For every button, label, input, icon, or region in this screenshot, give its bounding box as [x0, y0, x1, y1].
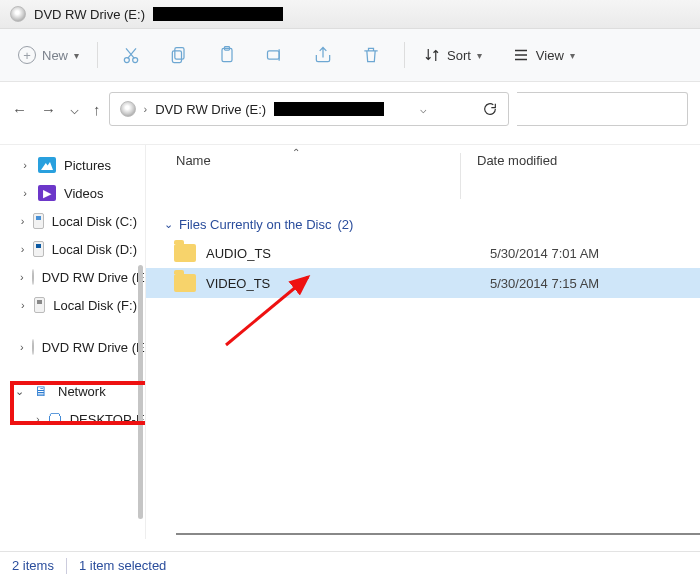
- history-chevron-icon[interactable]: ⌵: [70, 100, 79, 118]
- address-bar[interactable]: › DVD RW Drive (E:) ⌵: [109, 92, 509, 126]
- chevron-right-icon[interactable]: ›: [20, 159, 30, 171]
- group-header[interactable]: ⌄ Files Currently on the Disc (2): [146, 209, 700, 238]
- tree-network[interactable]: ⌄🖥Network: [0, 377, 145, 405]
- nav-row: ← → ⌵ ↑ › DVD RW Drive (E:) ⌵: [0, 82, 700, 144]
- tree-label: Network: [58, 384, 106, 399]
- tree-label: Pictures: [64, 158, 111, 173]
- chevron-right-icon[interactable]: ›: [20, 271, 24, 283]
- file-date: 5/30/2014 7:01 AM: [490, 246, 690, 261]
- drive-icon: [33, 213, 43, 229]
- rename-button[interactable]: [254, 39, 296, 71]
- tree-local-c[interactable]: ›Local Disk (C:): [0, 207, 145, 235]
- tree-local-f[interactable]: ›Local Disk (F:): [0, 291, 145, 319]
- sort-indicator-icon: ⌃: [292, 147, 300, 158]
- column-name-label: Name: [176, 153, 211, 168]
- column-separator[interactable]: [460, 153, 461, 199]
- search-input[interactable]: [517, 92, 689, 126]
- group-label: Files Currently on the Disc: [179, 217, 331, 232]
- tree-label: Local Disk (F:): [53, 298, 137, 313]
- back-button[interactable]: ←: [12, 101, 27, 118]
- view-button[interactable]: View ▾: [506, 42, 581, 68]
- tree-dvd-e[interactable]: ›DVD RW Drive (E:) GO: [0, 263, 145, 291]
- chevron-right-icon[interactable]: ›: [20, 215, 25, 227]
- tree-label: DVD RW Drive (E:) GOI: [42, 340, 145, 355]
- separator: [97, 42, 98, 68]
- disc-icon: [10, 6, 26, 22]
- tree-label: DVD RW Drive (E:) GO: [42, 270, 145, 285]
- folder-icon: [174, 244, 196, 262]
- tree-videos[interactable]: ›▶Videos: [0, 179, 145, 207]
- file-row[interactable]: VIDEO_TS 5/30/2014 7:15 AM: [146, 268, 700, 298]
- tree-label: DESKTOP-E2N5F9P: [70, 412, 145, 427]
- forward-button[interactable]: →: [41, 101, 56, 118]
- tree-pictures[interactable]: ›Pictures: [0, 151, 145, 179]
- separator: [404, 42, 405, 68]
- plus-circle-icon: +: [18, 46, 36, 64]
- svg-point-1: [133, 58, 138, 63]
- tree-desktop-pc[interactable]: ›🖵DESKTOP-E2N5F9P: [0, 405, 145, 433]
- paste-button[interactable]: [206, 39, 248, 71]
- new-button[interactable]: + New ▾: [12, 42, 85, 68]
- share-button[interactable]: [302, 39, 344, 71]
- up-button[interactable]: ↑: [93, 101, 101, 118]
- nav-arrows: ← → ⌵ ↑: [12, 100, 101, 118]
- column-headers: Name ⌃ Date modified: [146, 145, 700, 209]
- chevron-right-icon[interactable]: ›: [36, 413, 40, 425]
- column-name[interactable]: Name ⌃: [176, 153, 456, 199]
- column-date[interactable]: Date modified: [477, 153, 637, 199]
- status-bar: 2 items 1 item selected: [0, 551, 700, 579]
- main: ›Pictures ›▶Videos ›Local Disk (C:) ›Loc…: [0, 144, 700, 539]
- disc-icon: [32, 339, 34, 355]
- file-name: VIDEO_TS: [206, 276, 490, 291]
- status-items: 2 items: [12, 558, 54, 573]
- svg-rect-6: [268, 51, 280, 59]
- chevron-down-icon[interactable]: ⌄: [14, 385, 24, 398]
- chevron-down-icon: ▾: [74, 50, 79, 61]
- chevron-right-icon[interactable]: ›: [20, 187, 30, 199]
- tree-dvd-e-current[interactable]: ›DVD RW Drive (E:) GOI: [0, 333, 145, 361]
- drive-icon: [33, 241, 43, 257]
- tree-label: Videos: [64, 186, 104, 201]
- network-icon: 🖥: [32, 383, 50, 399]
- tree-label: Local Disk (D:): [52, 242, 137, 257]
- chevron-right-icon[interactable]: ›: [20, 299, 26, 311]
- drive-icon: [34, 297, 45, 313]
- group-count: (2): [337, 217, 353, 232]
- chevron-down-icon: ▾: [570, 50, 575, 61]
- new-label: New: [42, 48, 68, 63]
- cut-button[interactable]: [110, 39, 152, 71]
- file-row[interactable]: AUDIO_TS 5/30/2014 7:01 AM: [146, 238, 700, 268]
- chevron-right-icon: ›: [144, 103, 148, 115]
- sort-label: Sort: [447, 48, 471, 63]
- status-selected: 1 item selected: [79, 558, 166, 573]
- chevron-down-icon[interactable]: ⌵: [420, 103, 427, 116]
- copy-button[interactable]: [158, 39, 200, 71]
- sort-button[interactable]: Sort ▾: [417, 42, 488, 68]
- delete-button[interactable]: [350, 39, 392, 71]
- chevron-down-icon: ▾: [477, 50, 482, 61]
- disc-icon: [120, 101, 136, 117]
- redacted-title: [153, 7, 283, 21]
- videos-icon: ▶: [38, 185, 56, 201]
- refresh-icon[interactable]: [482, 101, 498, 117]
- window-title-prefix: DVD RW Drive (E:): [34, 7, 145, 22]
- breadcrumb-segment[interactable]: DVD RW Drive (E:): [155, 102, 266, 117]
- disc-icon: [32, 269, 34, 285]
- file-name: AUDIO_TS: [206, 246, 490, 261]
- chevron-right-icon[interactable]: ›: [20, 243, 25, 255]
- scrollbar-thumb[interactable]: [138, 265, 143, 519]
- titlebar: DVD RW Drive (E:): [0, 0, 700, 29]
- toolbar: + New ▾ Sort ▾ View ▾: [0, 29, 700, 82]
- pictures-icon: [38, 157, 56, 173]
- tree-local-d[interactable]: ›Local Disk (D:): [0, 235, 145, 263]
- tree-label: Local Disk (C:): [52, 214, 137, 229]
- file-date: 5/30/2014 7:15 AM: [490, 276, 690, 291]
- column-date-label: Date modified: [477, 153, 557, 168]
- svg-rect-3: [172, 51, 181, 63]
- chevron-right-icon[interactable]: ›: [20, 341, 24, 353]
- svg-rect-2: [175, 48, 184, 60]
- chevron-down-icon: ⌄: [164, 218, 173, 231]
- file-pane: Name ⌃ Date modified ⌄ Files Currently o…: [145, 145, 700, 539]
- view-label: View: [536, 48, 564, 63]
- nav-tree: ›Pictures ›▶Videos ›Local Disk (C:) ›Loc…: [0, 145, 145, 539]
